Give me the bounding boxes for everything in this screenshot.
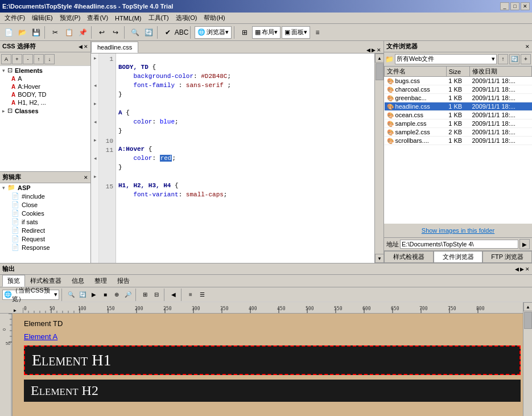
minimize-button[interactable]: _ [500,2,509,10]
css-tree-classes-folder[interactable]: ▸ ⊡ Classes [0,106,90,115]
out-btn6[interactable]: ⊟ [151,290,162,300]
title-controls[interactable]: _ □ ✕ [500,2,530,10]
css-tree-ahover[interactable]: A A:Hover [0,83,90,90]
menu-help[interactable]: 帮助(H) [200,13,228,23]
menu-edit[interactable]: 编辑(E) [28,13,56,23]
fold-6[interactable]: ▸ [91,99,99,108]
tab-prev[interactable]: ◀ [366,47,370,53]
fb-path-go[interactable]: ▶ [519,239,530,249]
output-tab-tidy[interactable]: 整理 [89,275,112,287]
file-row[interactable]: 🎨 scrollbars.... 1 KB 2009/11/1 18:... [385,137,532,145]
out-btn-stop[interactable]: ■ [100,290,110,300]
code-content[interactable]: BODY, TD { background-color: #D2B48C; fo… [116,53,374,263]
fold-1[interactable]: ▸ [91,53,99,63]
menu-file[interactable]: 文件(F) [1,13,28,23]
snippet-cookies[interactable]: 📄 Cookies [0,209,90,217]
out-btn4[interactable]: 🔎 [123,290,133,300]
fb-tb-btn2[interactable]: 🔄 [509,54,519,64]
copy-button[interactable]: 📋 [63,26,75,39]
out-btn3[interactable]: ⊕ [112,290,122,300]
browser-dropdown[interactable]: 🌐 浏览器▾ [195,26,232,39]
preview-scroll-thumb[interactable] [524,312,532,329]
preview-scrollbar[interactable]: ▲ ▼ [523,302,532,416]
menu-view[interactable]: 查看(V) [84,13,112,23]
preview-element-a[interactable]: Element A [24,332,521,341]
tab-next[interactable]: ▶ [372,47,376,53]
col-date[interactable]: 修改日期 [469,67,531,77]
open-button[interactable]: 📂 [16,26,28,39]
output-tab-info[interactable]: 信息 [67,275,89,287]
editor-scrollbar[interactable]: ▲ ▼ [374,53,383,263]
output-tab-report[interactable]: 报告 [112,275,135,287]
fb-tab-files[interactable]: 文件浏览器 [434,251,483,263]
snippet-include[interactable]: 📄 #include [0,192,90,200]
cut-button[interactable]: ✂ [49,26,61,39]
fb-tb-btn3[interactable]: + [521,54,531,64]
save-button[interactable]: 💾 [30,26,42,39]
out-btn7[interactable]: ◀ [168,290,179,300]
css-tb-btn5[interactable]: ↓ [44,54,55,64]
file-row[interactable]: 🎨 ocean.css 1 KB 2009/11/1 18:... [385,111,532,120]
out-btn-play[interactable]: ▶ [89,290,99,300]
file-row[interactable]: 🎨 sample2.css 2 KB 2009/11/1 18:... [385,128,532,137]
snippet-ifsats[interactable]: 📄 if sats [0,217,90,226]
snippet-close[interactable]: 📄 Close [0,200,90,209]
css-tb-btn2[interactable]: + [12,54,22,64]
file-browser-close[interactable]: ✕ [525,44,530,50]
output-tab-inspector[interactable]: 样式检查器 [25,275,67,287]
scroll-thumb[interactable] [376,63,383,80]
tb-extra1[interactable]: ⊞ [238,26,251,39]
snippet-response[interactable]: 📄 Response [0,243,90,252]
file-row[interactable]: 🎨 greenbac... 1 KB 2009/11/1 18:... [385,94,532,102]
fb-tab-ftp[interactable]: FTP 浏览器 [482,251,532,263]
maximize-button[interactable]: □ [510,2,519,10]
paste-button[interactable]: 📌 [76,26,89,39]
fold-14[interactable]: ▸ [91,172,99,181]
menu-tools[interactable]: 工具(T) [145,13,172,23]
new-button[interactable]: 📄 [2,26,15,39]
col-size[interactable]: Size [446,67,469,77]
output-nav-left[interactable]: ◀ [515,266,519,272]
out-btn2[interactable]: 🔄 [77,290,88,300]
find-button[interactable]: 🔍 [129,26,141,39]
fb-path-input[interactable] [400,240,518,249]
replace-button[interactable]: 🔄 [142,26,155,39]
snippets-panel-close[interactable]: ✕ [84,175,88,180]
fold-12[interactable]: ◂ [91,154,99,163]
panel-dropdown[interactable]: ▣ 面板▾ [282,26,310,39]
preview-css-dropdown[interactable]: 🌐 （当前CSS预览） ▾ [2,290,59,300]
css-tb-btn3[interactable]: - [23,54,33,64]
css-tree-h1[interactable]: A H1, H2, ... [0,98,90,106]
out-btn5[interactable]: ⊞ [140,290,150,300]
css-tree-elements-folder[interactable]: ▾ ⊡ Elements [0,66,90,75]
file-row[interactable]: 🎨 charcoal.css 1 KB 2009/11/1 18:... [385,85,532,94]
scroll-up-btn[interactable]: ▲ [375,53,383,63]
output-close[interactable]: ✕ [525,266,530,272]
css-tb-btn4[interactable]: ↑ [34,54,44,64]
tb-extra2[interactable]: ≡ [311,26,324,39]
tab-close[interactable]: ✕ [377,47,381,53]
snippet-asp-folder[interactable]: ▾ 📁 ASP [0,183,90,192]
validate-button[interactable]: ✔ [162,26,174,39]
layout-dropdown[interactable]: ▦ 布局▾ [252,26,281,39]
out-btn8[interactable]: ≡ [185,290,196,300]
fold-8[interactable]: ◂ [91,117,99,126]
editor-tab-headline[interactable]: headline.css [91,42,138,53]
file-row[interactable]: 🎨 sample.css 1 KB 2009/11/1 18:... [385,120,532,128]
css-tree-bodytd[interactable]: A BODY, TD [0,90,90,98]
fold-10[interactable]: ▸ [91,135,99,145]
fb-show-images[interactable]: Show images in this folder [384,224,532,237]
menu-html[interactable]: HTML(M) [112,14,145,23]
fb-filter-dropdown[interactable]: 所有Web文件 ▾ [395,54,497,64]
fb-tb-btn1[interactable]: ↑ [498,54,508,64]
col-filename[interactable]: 文件名 [385,67,447,77]
output-nav-right[interactable]: ▶ [520,266,524,272]
close-button[interactable]: ✕ [521,2,530,10]
out-btn1[interactable]: 🔍 [66,290,76,300]
out-btn9[interactable]: ☰ [197,290,207,300]
css-tree-a[interactable]: A A [0,75,90,83]
fb-tab-styles[interactable]: 样式检视器 [384,251,434,263]
snippet-request[interactable]: 📄 Request [0,234,90,243]
menu-options[interactable]: 选项(O) [172,13,201,23]
output-tab-preview[interactable]: 预览 [2,275,25,287]
